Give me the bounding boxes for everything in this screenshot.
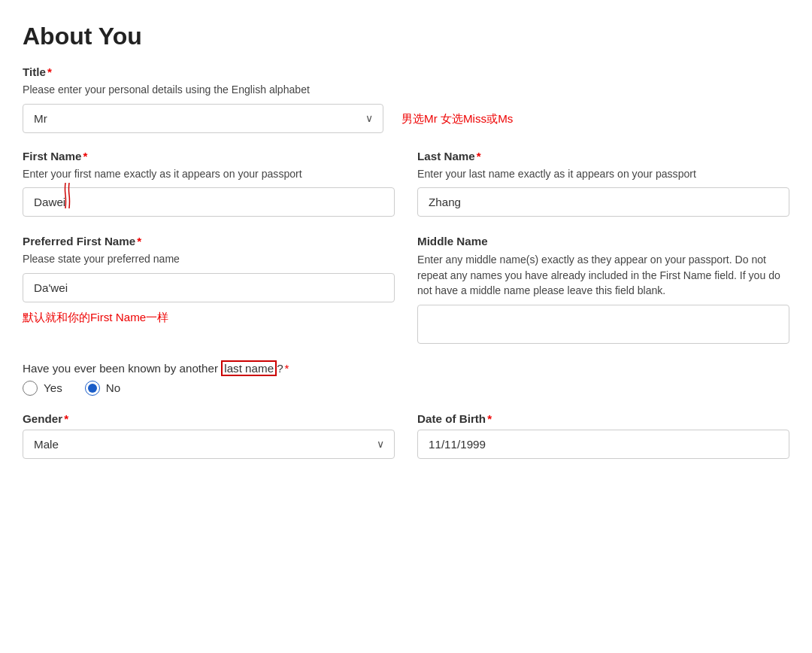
other-last-name-radio-group: Yes No <box>23 381 789 396</box>
last-name-input[interactable] <box>417 187 789 217</box>
other-last-name-required-star: * <box>285 362 289 375</box>
preferred-name-label: Preferred First Name* <box>23 235 395 248</box>
last-name-col: Last Name* Enter your last name exactly … <box>417 150 789 217</box>
other-last-name-block: Have you ever been known by another last… <box>23 362 789 396</box>
first-name-label-text: First Name <box>23 150 82 162</box>
radio-no[interactable] <box>85 381 100 396</box>
middle-name-col: Middle Name Enter any middle name(s) exa… <box>417 235 789 343</box>
question-part2: ? <box>277 362 283 375</box>
title-select[interactable]: Mr Mrs Miss Ms Dr <box>23 104 383 133</box>
gender-label-text: Gender <box>23 412 62 425</box>
title-row: Mr Mrs Miss Ms Dr 男选Mr 女选Miss或Ms <box>23 104 789 133</box>
last-name-label: Last Name* <box>417 150 789 162</box>
last-name-label-text: Last Name <box>417 150 475 162</box>
last-name-required-star: * <box>477 150 481 162</box>
first-name-input[interactable] <box>23 187 395 217</box>
dob-label: Date of Birth* <box>417 412 789 425</box>
preferred-name-input[interactable] <box>23 273 395 302</box>
radio-no-text: No <box>106 381 120 394</box>
title-field-block: Title* Please enter your personal detail… <box>23 65 789 133</box>
title-annotation-col: 男选Mr 女选Miss或Ms <box>401 104 789 127</box>
radio-no-label[interactable]: No <box>85 381 120 396</box>
preferred-name-hint: Please state your preferred name <box>23 252 395 267</box>
first-name-col: First Name* Enter your first name exactl… <box>23 150 395 217</box>
radio-yes-label[interactable]: Yes <box>23 381 62 396</box>
title-label-text: Title <box>23 65 46 78</box>
gender-select[interactable]: Male Female Other <box>23 430 395 459</box>
preferred-middle-row: Preferred First Name* Please state your … <box>23 235 789 343</box>
first-name-hint: Enter your first name exactly as it appe… <box>23 167 395 182</box>
title-hint: Please enter your personal details using… <box>23 83 789 98</box>
gender-label: Gender* <box>23 412 395 425</box>
dob-input[interactable] <box>417 430 789 459</box>
gender-col: Gender* Male Female Other <box>23 412 395 459</box>
preferred-name-annotation: 默认就和你的First Name一样 <box>23 310 395 326</box>
title-label: Title* <box>23 65 789 78</box>
title-select-wrapper: Mr Mrs Miss Ms Dr <box>23 104 383 133</box>
title-select-col: Mr Mrs Miss Ms Dr <box>23 104 383 133</box>
dob-label-text: Date of Birth <box>417 412 486 425</box>
title-required-star: * <box>47 65 52 78</box>
dob-required-star: * <box>487 412 492 425</box>
page-title: About You <box>23 23 789 50</box>
other-last-name-question: Have you ever been known by another last… <box>23 362 789 375</box>
preferred-name-required-star: * <box>137 235 141 248</box>
name-row: First Name* Enter your first name exactl… <box>23 150 789 217</box>
middle-name-label-text: Middle Name <box>417 235 488 248</box>
middle-name-input[interactable] <box>417 305 789 344</box>
radio-yes-text: Yes <box>44 381 62 394</box>
gender-dob-row: Gender* Male Female Other Date of Birth* <box>23 412 789 459</box>
preferred-name-col: Preferred First Name* Please state your … <box>23 235 395 343</box>
middle-name-label: Middle Name <box>417 235 789 248</box>
preferred-name-label-text: Preferred First Name <box>23 235 135 248</box>
first-name-input-wrapper <box>23 187 395 217</box>
first-name-label: First Name* <box>23 150 395 162</box>
radio-yes[interactable] <box>23 381 38 396</box>
first-name-required-star: * <box>83 150 88 162</box>
dob-col: Date of Birth* <box>417 412 789 459</box>
question-part1: Have you ever been known by another <box>23 362 221 375</box>
gender-required-star: * <box>64 412 68 425</box>
last-name-highlight: last name <box>221 360 277 376</box>
middle-name-hint: Enter any middle name(s) exactly as they… <box>417 252 789 298</box>
gender-select-wrapper: Male Female Other <box>23 430 395 459</box>
last-name-hint: Enter your last name exactly as it appea… <box>417 167 789 182</box>
title-annotation: 男选Mr 女选Miss或Ms <box>401 112 513 125</box>
